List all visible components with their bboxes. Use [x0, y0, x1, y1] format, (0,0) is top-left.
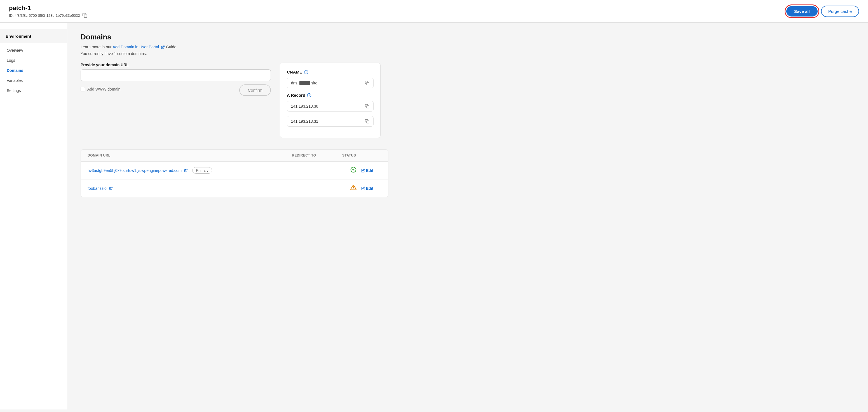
- domain-cell-2: foobar.ssio: [88, 186, 292, 191]
- domain-table: DOMAIN URL Redirect to Status hv3actgb9e…: [81, 149, 389, 197]
- domain-cell-1: hv3actgb9en5hj0k9tsurtuw1.js.wpenginepow…: [88, 167, 292, 174]
- col-header-redirect: Redirect to: [292, 153, 342, 158]
- header-left: patch-1 ID: 4f8f3f8c-5700-850f-123b-1b79…: [9, 4, 87, 18]
- primary-badge: Primary: [192, 167, 212, 174]
- domain-input-row: [81, 69, 271, 81]
- www-checkbox-row: Add WWW domain: [81, 87, 120, 92]
- sidebar-item-overview[interactable]: Overview: [0, 45, 67, 55]
- edit-button-1[interactable]: Edit: [361, 168, 373, 173]
- environment-id: ID: 4f8f3f8c-5700-850f-123b-1b79e33e5032: [9, 13, 80, 18]
- svg-line-13: [111, 187, 112, 189]
- domain-link-1[interactable]: hv3actgb9en5hj0k9tsurtuw1.js.wpenginepow…: [88, 168, 182, 173]
- content-area: Domains Learn more in our Add Domain in …: [67, 23, 868, 410]
- sidebar-item-variables[interactable]: Variables: [0, 75, 67, 85]
- cname-suffix: site: [311, 81, 317, 85]
- sidebar-item-settings[interactable]: Settings: [0, 85, 67, 96]
- add-domain-link[interactable]: Add Domain in User Portal: [113, 45, 159, 49]
- svg-rect-10: [367, 121, 369, 123]
- cname-value-row: dns.████site: [287, 78, 374, 88]
- svg-line-11: [186, 169, 187, 171]
- confirm-button[interactable]: Confirm: [239, 84, 271, 96]
- status-warn-icon: [350, 184, 356, 192]
- copy-id-icon[interactable]: [82, 13, 87, 18]
- a-record-value-2: 141.193.213.31: [291, 119, 318, 124]
- page-app-title: patch-1: [9, 4, 87, 12]
- id-row: ID: 4f8f3f8c-5700-850f-123b-1b79e33e5032: [9, 13, 87, 18]
- a-record-title: A Record: [287, 93, 374, 98]
- a-record-value-1: 141.193.213.30: [291, 104, 318, 108]
- svg-rect-5: [367, 82, 369, 85]
- col-header-status: Status: [342, 153, 381, 158]
- page-title: Domains: [81, 33, 855, 41]
- table-header: DOMAIN URL Redirect to Status: [81, 149, 388, 162]
- cname-redacted: ████: [300, 81, 310, 85]
- description-prefix: Learn more in our: [81, 45, 113, 49]
- sidebar-nav: Overview Logs Domains Variables Settings: [0, 43, 67, 98]
- save-all-button[interactable]: Save all: [786, 6, 818, 16]
- status-edit-cell-1: Edit: [342, 167, 381, 174]
- cname-title: CNAME: [287, 70, 374, 74]
- sidebar-item-logs[interactable]: Logs: [0, 55, 67, 65]
- custom-domains-count: You currently have 1 custom domains.: [81, 52, 855, 56]
- a-record-value-row-1: 141.193.213.30: [287, 101, 374, 111]
- sidebar: Environment Overview Logs Domains Variab…: [0, 23, 67, 410]
- domain-link-2[interactable]: foobar.ssio: [88, 186, 106, 191]
- a-record-label: A Record: [287, 93, 305, 98]
- domain-form: Provide your domain URL Add WWW domain C…: [81, 63, 271, 96]
- two-col-layout: Provide your domain URL Add WWW domain C…: [81, 63, 855, 138]
- a-record-info-icon[interactable]: [307, 93, 311, 98]
- domain-input-label: Provide your domain URL: [81, 63, 271, 67]
- sidebar-section-title: Environment: [0, 29, 67, 43]
- copy-cname-button[interactable]: [365, 81, 369, 85]
- www-checkbox-label: Add WWW domain: [87, 87, 120, 92]
- main-layout: Environment Overview Logs Domains Variab…: [0, 23, 868, 410]
- status-edit-cell-2: Edit: [342, 184, 381, 192]
- table-row: foobar.ssio Edit: [81, 179, 388, 197]
- svg-rect-0: [84, 15, 87, 18]
- external-link-icon: [161, 45, 165, 49]
- domain-external-icon-2: [109, 186, 113, 190]
- add-www-checkbox[interactable]: [81, 87, 85, 92]
- svg-rect-9: [367, 106, 369, 108]
- table-row: hv3actgb9en5hj0k9tsurtuw1.js.wpenginepow…: [81, 162, 388, 179]
- cname-value: dns.████site: [291, 81, 317, 85]
- cname-label: CNAME: [287, 70, 302, 74]
- description-line: Learn more in our Add Domain in User Por…: [81, 45, 855, 49]
- domain-external-icon-1: [184, 169, 188, 172]
- sidebar-item-domains[interactable]: Domains: [0, 65, 67, 75]
- dns-info-card: CNAME dns.████site A Record: [280, 63, 380, 138]
- purge-cache-button[interactable]: Purge cache: [821, 6, 859, 17]
- svg-line-1: [162, 46, 164, 47]
- cname-info-icon[interactable]: [304, 70, 308, 74]
- copy-a-record-1-button[interactable]: [365, 104, 369, 108]
- edit-button-2[interactable]: Edit: [361, 186, 373, 191]
- status-ok-icon: [350, 167, 356, 174]
- cname-prefix: dns.: [291, 81, 298, 85]
- domain-url-input[interactable]: [81, 69, 271, 81]
- a-record-value-row-2: 141.193.213.31: [287, 116, 374, 127]
- copy-a-record-2-button[interactable]: [365, 119, 369, 124]
- header-right: Save all Purge cache: [786, 6, 859, 17]
- description-suffix: Guide: [166, 45, 176, 49]
- col-header-domain: DOMAIN URL: [88, 153, 292, 158]
- header: patch-1 ID: 4f8f3f8c-5700-850f-123b-1b79…: [0, 0, 868, 23]
